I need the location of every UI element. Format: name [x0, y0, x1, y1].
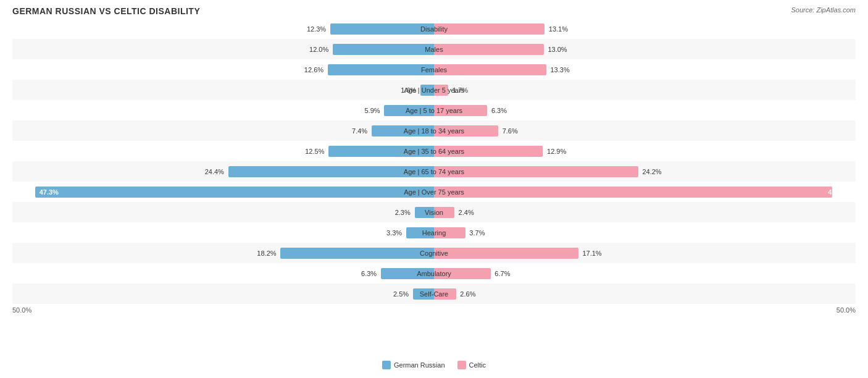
value-left: 12.5% [305, 148, 324, 155]
value-left: 12.0% [309, 46, 328, 53]
chart-row: Ambulatory6.3%6.7% [12, 263, 856, 284]
value-right: 6.3% [491, 107, 507, 114]
value-left: 18.2% [257, 250, 276, 257]
bar-right [434, 166, 638, 177]
row-label: Age | 65 to 74 years [404, 167, 464, 176]
value-right: 7.6% [503, 127, 518, 135]
bar-left [35, 187, 434, 198]
bar-left [333, 44, 434, 55]
footer-labels: 50.0% German RussianCeltic 50.0% [12, 306, 856, 314]
row-label: Age | Over 75 years [404, 188, 464, 196]
row-label: Ambulatory [417, 269, 451, 278]
legend-color-box [457, 361, 466, 369]
legend-label: German Russian [394, 361, 445, 369]
legend-color-box [382, 361, 391, 369]
chart-row: Vision2.3%2.4% [12, 202, 856, 222]
legend-item: German Russian [382, 361, 445, 369]
value-right: 2.4% [459, 209, 474, 216]
value-right: 24.2% [642, 168, 661, 175]
legend-item: Celtic [457, 361, 486, 369]
value-right: 6.7% [495, 270, 510, 277]
chart-row: Cognitive18.2%17.1% [12, 243, 856, 263]
chart-row: Disability12.3%13.1% [12, 19, 856, 39]
chart-row: Females12.6%13.3% [12, 59, 856, 80]
row-label: Self-Care [420, 290, 448, 298]
row-label: Cognitive [420, 249, 448, 258]
source-label: Source: ZipAtlas.com [791, 6, 856, 14]
value-left: 24.4% [205, 168, 224, 175]
bar-left [328, 64, 434, 75]
chart-footer: 50.0% German RussianCeltic 50.0% [12, 306, 856, 314]
value-right: 13.1% [549, 25, 568, 33]
chart-row: Age | 18 to 34 years7.4%7.6% [12, 120, 856, 141]
value-left: 2.5% [393, 290, 409, 298]
row-label: Disability [420, 25, 448, 33]
footer-left-value: 50.0% [12, 306, 31, 314]
row-label: Age | 35 to 64 years [404, 147, 464, 156]
value-right: 17.1% [582, 250, 601, 257]
row-label: Vision [425, 208, 443, 217]
value-right: 12.9% [547, 148, 566, 155]
value-right: 13.0% [548, 46, 567, 53]
row-label: Hearing [422, 229, 446, 237]
chart-row: Age | Over 75 years47.3%47.2% [12, 182, 856, 202]
chart-row: Age | 5 to 17 years5.9%6.3% [12, 100, 856, 120]
bar-right [434, 44, 544, 55]
chart-row: Age | Under 5 years1.6%1.7% [12, 80, 856, 100]
row-label: Age | 18 to 34 years [404, 127, 464, 135]
chart-row: Self-Care2.5%2.6% [12, 284, 856, 304]
value-left: 5.9% [365, 107, 380, 114]
value-left: 12.3% [307, 25, 326, 33]
chart-container: GERMAN RUSSIAN VS CELTIC DISABILITY Sour… [0, 0, 868, 378]
value-left: 47.3% [40, 188, 59, 196]
legend-label: Celtic [469, 361, 486, 369]
value-left: 6.3% [361, 270, 377, 277]
legend: German RussianCeltic [382, 361, 486, 369]
value-right: 2.6% [460, 290, 475, 298]
row-label: Age | Under 5 years [404, 86, 464, 94]
value-right: 13.3% [551, 66, 570, 74]
value-left: 12.6% [304, 66, 323, 74]
value-right: 3.7% [469, 229, 485, 237]
footer-right-value: 50.0% [837, 306, 856, 314]
bar-left [330, 23, 434, 35]
chart-title: GERMAN RUSSIAN VS CELTIC DISABILITY [12, 6, 856, 16]
value-left: 7.4% [352, 127, 367, 135]
bar-right [434, 23, 545, 35]
row-label: Age | 5 to 17 years [406, 106, 462, 115]
chart-row: Age | 35 to 64 years12.5%12.9% [12, 141, 856, 161]
chart-row: Males12.0%13.0% [12, 39, 856, 59]
row-label: Females [421, 65, 447, 74]
bar-left [280, 248, 434, 259]
bar-right [434, 64, 546, 75]
chart-row: Age | 65 to 74 years24.4%24.2% [12, 161, 856, 182]
bar-right [434, 248, 578, 259]
row-label: Males [425, 45, 443, 54]
chart-area: Disability12.3%13.1%Males12.0%13.0%Femal… [12, 19, 856, 304]
chart-row: Hearing3.3%3.7% [12, 222, 856, 243]
bar-right [434, 187, 832, 198]
value-right: 47.2% [828, 188, 847, 196]
value-left: 2.3% [395, 209, 411, 216]
value-left: 3.3% [386, 229, 402, 237]
